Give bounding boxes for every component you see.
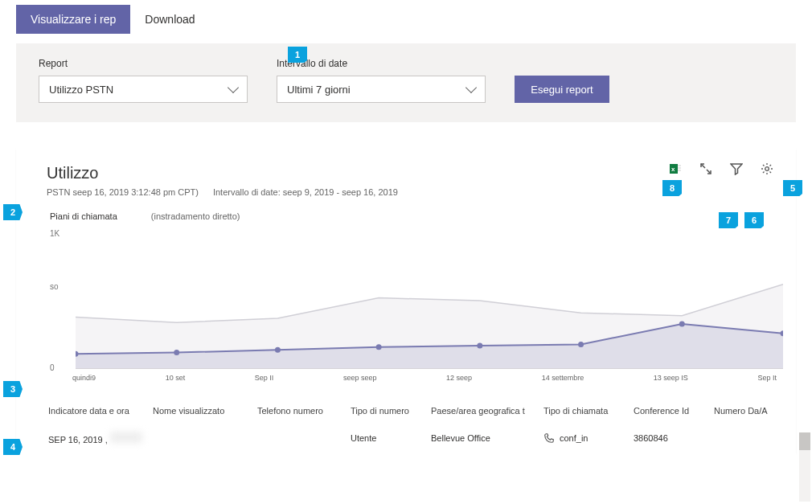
x-axis-label: Sep II (255, 374, 274, 382)
date-range-value: Ultimi 7 giorni (287, 84, 351, 96)
report-subtitle-range: Intervallo di date: seep 9, 2019 - seep … (213, 187, 398, 197)
expand-icon[interactable] (699, 162, 712, 175)
x-axis-label: Sep It (757, 374, 777, 382)
chevron-down-icon (228, 82, 239, 93)
svg-text:x: x (671, 166, 675, 173)
x-axis-label: 13 seep IS (654, 374, 688, 382)
column-header[interactable]: Indicatore data e ora (47, 403, 151, 419)
callout-2: 2 (3, 204, 23, 220)
x-axis-label: 10 set (166, 374, 186, 382)
x-axis-label: seep seep (343, 374, 377, 382)
y-axis-label: 1K (50, 229, 59, 238)
report-subtitle-timestamp: PSTN seep 16, 2019 3:12:48 pm CPT) (47, 187, 199, 197)
series-tab-calling-plans[interactable]: Piani di chiamata (50, 211, 117, 221)
svg-rect-2 (678, 165, 681, 166)
column-header[interactable]: Paese/area geografica t (429, 403, 542, 419)
callout-7: 7 (719, 212, 738, 228)
filter-panel: Report Utilizzo PSTN Intervallo di date … (16, 43, 796, 122)
date-range-select[interactable]: Ultimi 7 giorni (277, 76, 486, 103)
scrollbar-thumb[interactable] (799, 432, 810, 450)
svg-rect-3 (678, 167, 681, 169)
run-report-button[interactable]: Esegui report (515, 76, 609, 103)
column-header[interactable]: Tipo di numero (349, 403, 429, 419)
cell-country: Bellevue Office (429, 428, 542, 448)
cell-number-to-from (712, 433, 802, 443)
filter-icon[interactable] (730, 162, 743, 175)
x-axis-label: 12 seep (446, 374, 472, 382)
column-header[interactable]: Nome visualizzato (151, 403, 256, 419)
tab-view-reports[interactable]: Visualizzare i rep (16, 5, 130, 34)
callout-6: 6 (744, 212, 764, 228)
cell-display-name (151, 433, 256, 443)
callout-5: 5 (783, 180, 802, 196)
svg-point-5 (765, 167, 769, 171)
table-row[interactable]: SEP 16, 2019 , Utente Bellevue Office co… (47, 427, 778, 449)
x-axis-label: quindi9 (72, 374, 96, 382)
cell-date: SEP 16, 2019 , (47, 427, 151, 449)
callout-1: 1 (288, 47, 307, 63)
report-select[interactable]: Utilizzo PSTN (39, 76, 248, 103)
cell-call-type: conf_in (542, 428, 632, 449)
column-header[interactable]: Telefono numero (256, 403, 349, 419)
callout-4: 4 (3, 439, 23, 454)
cell-number-type: Utente (349, 428, 429, 448)
date-range-label: Intervallo di date (277, 58, 486, 69)
gear-icon[interactable] (761, 162, 773, 175)
callout-3: 3 (3, 381, 23, 397)
y-axis-label: 0 (50, 363, 55, 372)
report-select-value: Utilizzo PSTN (49, 84, 113, 96)
x-axis-label: 14 settembre (542, 374, 584, 382)
chevron-down-icon (465, 82, 477, 93)
column-header[interactable]: Numero Da/A (712, 403, 802, 419)
usage-chart: 1K so 0 (51, 232, 783, 369)
callout-8: 8 (662, 180, 682, 196)
report-label: Report (39, 58, 248, 69)
column-header[interactable]: Conference Id (632, 403, 712, 419)
phone-icon (543, 432, 555, 444)
y-axis-label: so (50, 282, 59, 291)
cell-conference-id: 3860846 (632, 428, 712, 448)
svg-rect-4 (678, 170, 681, 171)
series-tab-direct-routing[interactable]: (instradamento diretto) (151, 211, 240, 221)
column-header[interactable]: Tipo di chiamata (542, 403, 632, 419)
export-excel-icon[interactable]: x (669, 162, 682, 175)
cell-phone (256, 433, 349, 443)
tab-download[interactable]: Download (130, 5, 209, 34)
